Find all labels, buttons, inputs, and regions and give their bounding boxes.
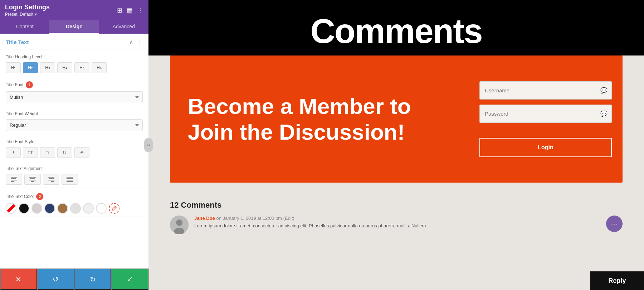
collapse-icon[interactable]: ∧ (129, 39, 133, 45)
orange-card: Become a Member to Join the Discussion! … (170, 55, 623, 183)
comment-options-button[interactable]: ⋯ (606, 216, 623, 232)
brown-swatch[interactable] (57, 203, 68, 214)
username-wrapper: 💬 (479, 81, 612, 100)
section-header-icons: ∧ ⋮ (129, 39, 143, 45)
svg-rect-1 (11, 178, 16, 179)
cancel-button[interactable]: ✕ (0, 269, 37, 290)
save-button[interactable]: ✓ (111, 269, 148, 290)
forgot-password-link[interactable]: Forgot your password? (479, 128, 612, 133)
panel-header-left: Login Settings Preset: Default ▾ (5, 4, 50, 17)
comments-count: 12 Comments (170, 200, 623, 210)
text-color-label: Title Text Color 2 (6, 193, 143, 200)
reply-button[interactable]: Reply (590, 271, 644, 290)
more-icon[interactable]: ⋮ (137, 6, 143, 14)
svg-rect-9 (49, 178, 54, 179)
password-icon: 💬 (600, 110, 608, 117)
section-more-icon[interactable]: ⋮ (137, 39, 143, 45)
comment-edit-link[interactable]: (Edit) (283, 216, 294, 221)
color-badge: 2 (36, 193, 43, 200)
align-center-btn[interactable] (24, 174, 41, 185)
font-group: Title Font 1 Mulish Arial Georgia (0, 76, 148, 106)
comment-content: Jane Doe on January 1, 2019 at 12:00 pm … (194, 216, 600, 229)
capitalize-btn[interactable]: Tt (40, 147, 55, 158)
orange-heading: Become a Member to Join the Discussion! (188, 93, 451, 145)
white-swatch[interactable] (96, 203, 107, 214)
font-weight-group: Title Font Weight Regular Bold Light (0, 106, 148, 134)
svg-rect-15 (67, 181, 73, 182)
orange-left: Become a Member to Join the Discussion! (170, 55, 469, 183)
banner-black: Comments (148, 0, 644, 55)
color-swatches (6, 203, 143, 214)
heading-level-label: Title Heading Level (6, 54, 143, 59)
align-left-btn[interactable] (6, 174, 22, 185)
italic-btn[interactable]: I (6, 147, 21, 158)
transparent-swatch[interactable] (6, 203, 16, 214)
resize-handle[interactable]: ↔ (144, 138, 153, 152)
section-header: Title Text ∧ ⋮ (0, 34, 148, 49)
h4-btn[interactable]: H₄ (57, 62, 72, 73)
cancel-icon: ✕ (15, 275, 21, 284)
uppercase-btn[interactable]: TT (23, 147, 38, 158)
underline-btn[interactable]: U (57, 147, 72, 158)
right-panel: Comments Become a Member to Join the Dis… (148, 0, 644, 290)
panel-tabs: Content Design Advanced (0, 20, 148, 34)
comment-text: Lorem ipsum dolor sit amet, consectetur … (194, 222, 600, 229)
align-justify-btn[interactable] (62, 174, 78, 185)
svg-rect-7 (31, 181, 34, 182)
username-input[interactable] (479, 81, 612, 100)
heading-levels: H₁ H₂ H₃ H₄ H₅ H₆ (6, 62, 143, 73)
heading-level-group: Title Heading Level H₁ H₂ H₃ H₄ H₅ H₆ (0, 49, 148, 76)
username-icon: 💬 (600, 87, 608, 94)
h2-btn[interactable]: H₂ (23, 62, 38, 73)
svg-point-18 (176, 219, 182, 226)
svg-rect-6 (29, 180, 36, 180)
alignment-buttons (6, 174, 143, 185)
h3-btn[interactable]: H₃ (40, 62, 55, 73)
lightgray-swatch[interactable] (31, 203, 42, 214)
font-weight-label: Title Font Weight (6, 111, 143, 116)
tab-design[interactable]: Design (49, 20, 99, 34)
svg-rect-12 (67, 177, 73, 178)
bottom-toolbar: ✕ ↺ ↻ ✓ (0, 269, 148, 290)
expand-icon[interactable]: ⊞ (117, 6, 122, 14)
svg-rect-0 (11, 177, 17, 178)
svg-rect-11 (51, 181, 54, 182)
svg-line-16 (114, 207, 116, 208)
svg-rect-10 (48, 180, 54, 180)
redo-button[interactable]: ↻ (74, 269, 112, 290)
text-alignment-group: Title Text Alignment (0, 161, 148, 188)
undo-button[interactable]: ↺ (37, 269, 74, 290)
left-panel: Login Settings Preset: Default ▾ ⊞ ▦ ⋮ C… (0, 0, 148, 290)
svg-rect-4 (29, 177, 36, 178)
h1-btn[interactable]: H₁ (6, 62, 21, 73)
strikethrough-btn[interactable]: S (74, 147, 89, 158)
align-right-btn[interactable] (43, 174, 59, 185)
h6-btn[interactable]: H₆ (92, 62, 107, 73)
panel-preset[interactable]: Preset: Default ▾ (5, 12, 50, 17)
undo-icon: ↺ (53, 275, 59, 284)
login-button[interactable]: Login (479, 138, 612, 157)
svg-rect-8 (48, 177, 54, 178)
h5-btn[interactable]: H₅ (74, 62, 89, 73)
font-badge: 1 (26, 81, 33, 88)
orange-section: Become a Member to Join the Discussion! … (148, 55, 644, 193)
panel-header-icons: ⊞ ▦ ⋮ (117, 6, 143, 14)
comment-meta: Jane Doe on January 1, 2019 at 12:00 pm … (194, 216, 600, 221)
panel-header: Login Settings Preset: Default ▾ ⊞ ▦ ⋮ (0, 0, 148, 20)
font-select[interactable]: Mulish Arial Georgia (6, 91, 143, 103)
password-input[interactable] (479, 105, 612, 123)
tab-advanced[interactable]: Advanced (99, 20, 148, 34)
panel-title: Login Settings (5, 4, 50, 11)
tab-content[interactable]: Content (0, 20, 49, 34)
lightgray2-swatch[interactable] (70, 203, 81, 214)
svg-rect-14 (67, 180, 73, 180)
comment-item: Jane Doe on January 1, 2019 at 12:00 pm … (170, 216, 623, 234)
font-weight-select[interactable]: Regular Bold Light (6, 119, 143, 131)
black-swatch[interactable] (19, 203, 29, 214)
svg-rect-5 (30, 178, 35, 179)
verylightgray-swatch[interactable] (83, 203, 94, 214)
darkblue-swatch[interactable] (44, 203, 55, 214)
edit-color-swatch[interactable] (109, 203, 119, 214)
comment-avatar (170, 216, 189, 234)
columns-icon[interactable]: ▦ (127, 6, 133, 14)
